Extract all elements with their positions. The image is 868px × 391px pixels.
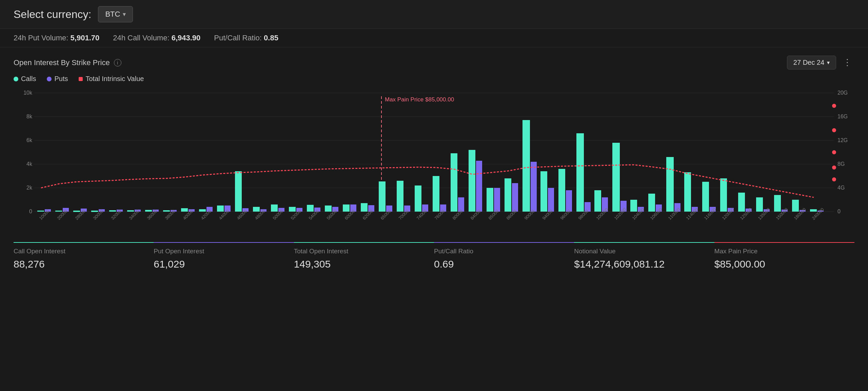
svg-rect-72 <box>494 188 500 212</box>
stat-notional-value: Notional Value $14,274,609,081.12 <box>574 242 714 270</box>
total-oi-label: Total Open Interest <box>294 248 434 255</box>
svg-point-109 <box>832 104 836 108</box>
svg-rect-73 <box>505 178 511 212</box>
page-title: Select currency: <box>14 8 91 21</box>
svg-rect-75 <box>522 120 530 212</box>
svg-rect-83 <box>594 190 601 212</box>
more-options-button[interactable]: ⋮ <box>840 56 854 69</box>
pcr-value: 0.69 <box>434 258 574 270</box>
svg-rect-71 <box>487 188 493 212</box>
stat-call-open-interest: Call Open Interest 88,276 <box>14 242 154 270</box>
calls-dot <box>14 77 18 81</box>
svg-text:4k: 4k <box>26 161 33 167</box>
currency-selector[interactable]: BTC <box>98 6 133 22</box>
put-oi-value: 61,029 <box>154 258 294 270</box>
put-call-ratio-value: 0.85 <box>264 34 278 42</box>
svg-rect-43 <box>235 171 242 212</box>
stat-put-call-ratio: Put/Call Ratio 0.69 <box>434 242 574 270</box>
svg-rect-85 <box>612 143 620 212</box>
puts-dot <box>47 77 52 81</box>
svg-text:20G: 20G <box>837 90 848 96</box>
svg-text:0: 0 <box>837 209 841 214</box>
svg-text:4G: 4G <box>837 185 845 191</box>
svg-rect-37 <box>181 208 188 212</box>
svg-rect-99 <box>738 193 745 212</box>
svg-text:6k: 6k <box>26 137 33 143</box>
bottom-stats: Call Open Interest 88,276 Put Open Inter… <box>0 232 868 284</box>
svg-rect-23 <box>55 211 62 212</box>
date-picker-button[interactable]: 27 Dec 24 <box>787 56 836 70</box>
legend-puts: Puts <box>47 75 68 83</box>
svg-rect-69 <box>469 150 475 212</box>
svg-rect-35 <box>163 210 170 212</box>
svg-rect-41 <box>217 206 224 212</box>
svg-rect-45 <box>253 207 260 212</box>
svg-text:2k: 2k <box>26 185 33 191</box>
svg-rect-107 <box>810 209 817 212</box>
svg-rect-78 <box>548 188 554 212</box>
svg-rect-101 <box>756 197 763 212</box>
tiv-dot <box>79 77 83 81</box>
svg-point-111 <box>832 150 836 154</box>
svg-rect-47 <box>271 204 278 212</box>
svg-rect-93 <box>684 172 691 212</box>
svg-rect-97 <box>720 178 727 212</box>
svg-rect-49 <box>289 207 296 212</box>
chart-svg: 0 2k 4k 6k 8k 10k 0 4G 8G 12G 16G 20G Ma… <box>14 90 854 232</box>
svg-rect-55 <box>343 204 350 212</box>
pcr-label: Put/Call Ratio <box>434 248 574 255</box>
chart-area: 0 2k 4k 6k 8k 10k 0 4G 8G 12G 16G 20G Ma… <box>14 90 854 232</box>
svg-rect-31 <box>127 210 134 212</box>
mp-label: Max Pain Price <box>714 248 854 255</box>
info-icon[interactable]: i <box>114 59 121 66</box>
svg-rect-33 <box>145 210 152 212</box>
svg-rect-105 <box>792 200 799 212</box>
svg-rect-53 <box>325 206 332 212</box>
svg-point-110 <box>832 128 836 132</box>
call-oi-label: Call Open Interest <box>14 248 154 255</box>
put-volume-label: 24h Put Volume: 5,901.70 <box>14 34 99 42</box>
svg-text:12G: 12G <box>837 137 848 143</box>
svg-text:10k: 10k <box>23 90 33 96</box>
call-volume-value: 6,943.90 <box>172 34 201 42</box>
total-oi-value: 149,305 <box>294 258 434 270</box>
svg-rect-74 <box>512 183 518 212</box>
legend-calls: Calls <box>14 75 36 83</box>
stat-max-pain: Max Pain Price $85,000.00 <box>714 242 854 270</box>
svg-rect-95 <box>702 182 709 212</box>
chart-header: Open Interest By Strike Price i 27 Dec 2… <box>14 56 854 70</box>
chart-controls: 27 Dec 24 ⋮ <box>787 56 854 70</box>
svg-rect-87 <box>630 200 637 212</box>
chart-section: Open Interest By Strike Price i 27 Dec 2… <box>0 47 868 232</box>
nv-label: Notional Value <box>574 248 714 255</box>
stat-total-open-interest: Total Open Interest 149,305 <box>294 242 434 270</box>
svg-rect-70 <box>476 161 482 212</box>
svg-rect-29 <box>109 210 116 212</box>
svg-text:8G: 8G <box>837 161 845 167</box>
svg-rect-39 <box>199 209 206 212</box>
svg-text:0: 0 <box>29 209 32 214</box>
svg-rect-21 <box>37 211 44 212</box>
stat-put-open-interest: Put Open Interest 61,029 <box>154 242 294 270</box>
svg-point-112 <box>832 165 836 170</box>
call-volume-label: 24h Call Volume: 6,943.90 <box>113 34 200 42</box>
chart-title-group: Open Interest By Strike Price i <box>14 58 121 67</box>
svg-rect-67 <box>451 153 457 212</box>
call-oi-value: 88,276 <box>14 258 154 270</box>
svg-rect-80 <box>566 190 572 212</box>
svg-rect-63 <box>415 185 421 212</box>
stats-bar: 24h Put Volume: 5,901.70 24h Call Volume… <box>0 29 868 47</box>
nv-value: $14,274,609,081.12 <box>574 258 714 270</box>
svg-rect-51 <box>307 205 314 212</box>
svg-rect-79 <box>558 169 565 212</box>
mp-value: $85,000.00 <box>714 258 854 270</box>
svg-text:8k: 8k <box>26 114 33 119</box>
put-oi-label: Put Open Interest <box>154 248 294 255</box>
svg-rect-65 <box>433 176 439 212</box>
put-call-ratio-label: Put/Call Ratio: 0.85 <box>214 34 278 42</box>
svg-rect-27 <box>91 211 98 212</box>
svg-text:16G: 16G <box>837 114 848 119</box>
svg-rect-57 <box>361 203 368 212</box>
svg-rect-103 <box>774 195 781 212</box>
svg-point-113 <box>832 177 836 181</box>
